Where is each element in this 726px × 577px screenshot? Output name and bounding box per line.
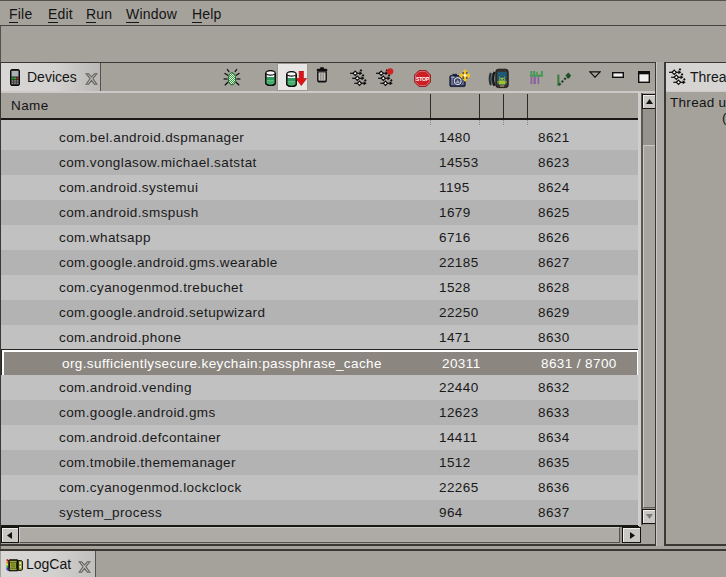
- svg-text:STOP: STOP: [416, 76, 430, 82]
